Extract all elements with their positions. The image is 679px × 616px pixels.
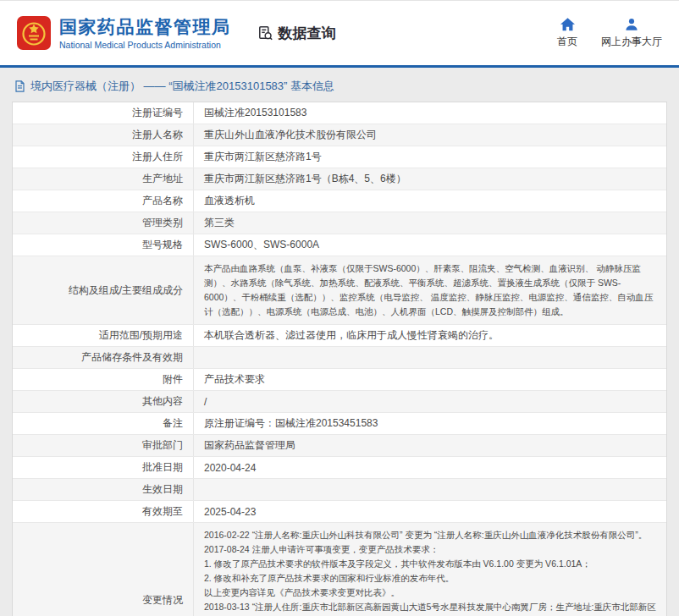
table-row: 适用范围/预期用途 本机联合透析器、滤过器使用，临床用于成人慢性肾衰竭的治疗。 <box>13 325 666 347</box>
row-value: 血液透析机 <box>193 190 666 212</box>
national-emblem-icon <box>17 16 51 50</box>
row-value: 重庆市两江新区慈济路1号 <box>193 146 666 168</box>
user-icon <box>625 18 638 31</box>
table-row: 结构及组成/主要组成成分 本产品由血路系统（血泵、补液泵（仅限于SWS-6000… <box>13 256 666 325</box>
table-row: 审批部门 国家药品监督管理局 <box>13 435 666 457</box>
row-label: 注册证编号 <box>13 102 193 124</box>
table-row: 有效期至 2025-04-23 <box>13 501 666 523</box>
nav-home[interactable]: 首页 <box>557 18 577 49</box>
row-value: SWS-6000、SWS-6000A <box>193 234 666 256</box>
row-label: 其他内容 <box>13 391 193 412</box>
data-query[interactable]: 数据查询 <box>257 24 336 43</box>
table-row: 产品名称 血液透析机 <box>13 190 666 212</box>
row-value: 原注册证编号：国械注准20153451583 <box>193 413 666 434</box>
page-header: 国家药品监督管理局 National Medical Products Admi… <box>0 0 679 68</box>
table-row: 备注 原注册证编号：国械注准20153451583 <box>13 413 666 435</box>
table-row: 注册人名称 重庆山外山血液净化技术股份有限公司 <box>13 124 666 146</box>
row-value: 国家药品监督管理局 <box>193 435 666 456</box>
row-label: 注册人名称 <box>13 124 193 146</box>
row-value: 本机联合透析器、滤过器使用，临床用于成人慢性肾衰竭的治疗。 <box>193 325 666 346</box>
org-name-cn: 国家药品监督管理局 <box>59 17 231 37</box>
row-label: 型号规格 <box>13 234 193 256</box>
row-label: 变更情况 <box>13 523 193 616</box>
table-row: 生产地址 重庆市两江新区慈济路1号（B栋4、5、6楼） <box>13 168 666 190</box>
row-value: 重庆山外山血液净化技术股份有限公司 <box>193 124 666 146</box>
row-label: 管理类别 <box>13 212 193 234</box>
breadcrumb-text: 境内医疗器械（注册） —— “国械注准20153101583” 基本信息 <box>30 79 334 94</box>
table-row: 批准日期 2020-04-24 <box>13 457 666 479</box>
nav-service-hall[interactable]: 网上办事大厅 <box>601 18 662 49</box>
home-icon <box>560 18 575 31</box>
row-value <box>193 479 666 500</box>
row-value: / <box>193 391 666 412</box>
row-value: 国械注准20153101583 <box>193 102 666 124</box>
table-row: 注册人住所 重庆市两江新区慈济路1号 <box>13 146 666 168</box>
registration-info-table: 注册证编号 国械注准20153101583 注册人名称 重庆山外山血液净化技术股… <box>12 102 667 616</box>
table-row: 型号规格 SWS-6000、SWS-6000A <box>13 234 666 256</box>
doc-search-icon <box>257 25 273 41</box>
table-row: 产品储存条件及有效期 <box>13 347 666 369</box>
row-value: 2020-04-24 <box>193 457 666 478</box>
row-label: 产品名称 <box>13 190 193 212</box>
brand-titles: 国家药品监督管理局 National Medical Products Admi… <box>59 17 231 50</box>
table-row: 其他内容 / <box>13 391 666 413</box>
table-row: 注册证编号 国械注准20153101583 <box>13 102 666 124</box>
row-value: 产品技术要求 <box>193 369 666 390</box>
table-row-change-history: 变更情况 2016-02-22 “注册人名称:重庆山外山科技有限公司” 变更为 … <box>13 523 666 616</box>
row-label: 适用范围/预期用途 <box>13 325 193 346</box>
data-query-label: 数据查询 <box>279 24 336 43</box>
header-nav: 首页 网上办事大厅 <box>557 18 662 49</box>
row-label: 有效期至 <box>13 501 193 522</box>
row-label: 备注 <box>13 413 193 434</box>
row-label: 结构及组成/主要组成成分 <box>13 256 193 324</box>
nav-home-label: 首页 <box>557 35 577 49</box>
row-label: 生效日期 <box>13 479 193 500</box>
brand: 国家药品监督管理局 National Medical Products Admi… <box>17 16 231 50</box>
row-label: 附件 <box>13 369 193 390</box>
table-row: 生效日期 <box>13 479 666 501</box>
row-value <box>193 347 666 368</box>
table-row: 附件 产品技术要求 <box>13 369 666 391</box>
row-label: 生产地址 <box>13 168 193 190</box>
org-name-en: National Medical Products Administration <box>59 40 231 50</box>
row-label: 审批部门 <box>13 435 193 456</box>
breadcrumb: 境内医疗器械（注册） —— “国械注准20153101583” 基本信息 <box>0 68 679 102</box>
row-value: 本产品由血路系统（血泵、补液泵（仅限于SWS-6000）、肝素泵、阻流夹、空气检… <box>193 256 666 324</box>
row-value: 重庆市两江新区慈济路1号（B栋4、5、6楼） <box>193 168 666 190</box>
row-label: 批准日期 <box>13 457 193 478</box>
document-icon <box>14 80 25 92</box>
row-label: 产品储存条件及有效期 <box>13 347 193 368</box>
nav-service-hall-label: 网上办事大厅 <box>601 35 662 49</box>
row-value: 2025-04-23 <box>193 501 666 522</box>
row-label: 注册人住所 <box>13 146 193 168</box>
row-value: 第三类 <box>193 212 666 234</box>
table-row: 管理类别 第三类 <box>13 212 666 234</box>
row-value: 2016-02-22 “注册人名称:重庆山外山科技有限公司” 变更为 “注册人名… <box>193 523 666 616</box>
